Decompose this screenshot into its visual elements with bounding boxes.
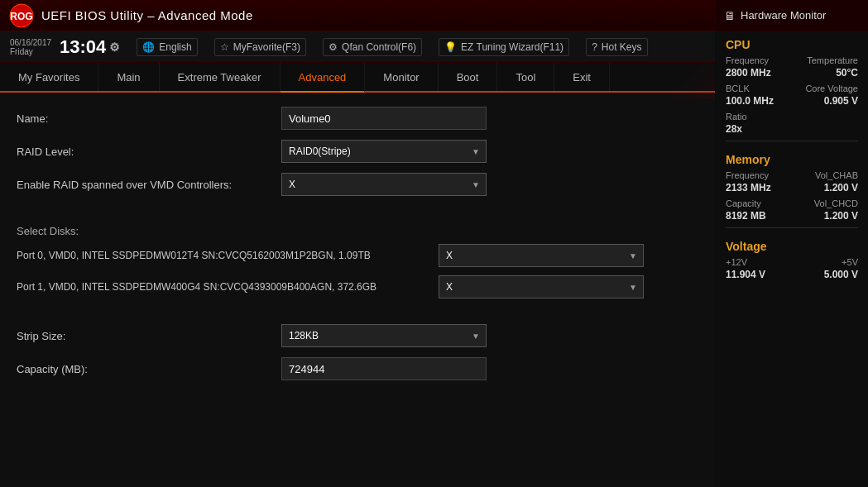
port1-label: Port 1, VMD0, INTEL SSDPEDMW400G4 SN:CVC… <box>17 281 439 293</box>
main-content-area: Name: RAID Level: RAID0(Stripe) RAID1(Mi… <box>0 93 715 487</box>
nav-main[interactable]: Main <box>98 63 159 91</box>
capacity-mb-input[interactable] <box>281 357 487 380</box>
capacity-mb-label: Capacity (MB): <box>17 363 281 375</box>
bulb-icon: 💡 <box>444 41 457 53</box>
name-label: Name: <box>17 112 281 125</box>
memory-divider <box>726 227 858 228</box>
port0-label: Port 0, VMD0, INTEL SSDPEDMW012T4 SN:CVC… <box>17 250 439 261</box>
cpu-divider <box>726 141 858 141</box>
cpu-bclk-row: BCLK Core Voltage <box>716 83 868 94</box>
port0-select-wrapper: X Enabled <box>439 244 644 267</box>
clock-display: 13:04 ⚙ <box>60 38 120 56</box>
voltage-values-row: 11.904 V 5.000 V <box>716 268 868 281</box>
raid-level-row: RAID Level: RAID0(Stripe) RAID1(Mirror) … <box>17 139 698 164</box>
name-row: Name: <box>17 106 698 131</box>
enable-raid-select-wrapper: X Enabled Disabled <box>281 173 487 196</box>
raid-level-label: RAID Level: <box>17 146 281 158</box>
hot-keys-button[interactable]: ? Hot Keys <box>586 38 647 56</box>
port1-select[interactable]: X Enabled <box>439 275 644 298</box>
qfan-control-button[interactable]: ⚙ Qfan Control(F6) <box>323 38 422 56</box>
cpu-ratio-value: 28x <box>716 122 868 136</box>
raid-level-select-wrapper: RAID0(Stripe) RAID1(Mirror) RAID5 RAID10 <box>281 140 487 163</box>
memory-section-title: Memory <box>716 146 868 169</box>
mem-capacity-values: 8192 MB 1.200 V <box>716 209 868 222</box>
hardware-monitor-panel: 🖥 Hardware Monitor CPU Frequency Tempera… <box>715 0 868 487</box>
cpu-ratio-row: Ratio <box>716 111 868 122</box>
port0-select[interactable]: X Enabled <box>439 244 644 267</box>
fan-icon: ⚙ <box>328 41 338 53</box>
capacity-mb-row: Capacity (MB): <box>17 356 698 381</box>
enable-raid-label: Enable RAID spanned over VMD Controllers… <box>17 179 281 191</box>
strip-size-select[interactable]: 128KB 64KB 32KB 16KB 8KB 4KB <box>281 324 487 347</box>
name-input[interactable] <box>281 107 487 130</box>
nav-tool[interactable]: Tool <box>497 63 554 91</box>
cpu-bclk-values: 100.0 MHz 0.905 V <box>716 94 868 107</box>
voltage-labels-row: +12V +5V <box>716 256 868 268</box>
cpu-frequency-row: Frequency Temperature <box>716 55 868 66</box>
strip-size-select-wrapper: 128KB 64KB 32KB 16KB 8KB 4KB <box>281 324 487 347</box>
nav-boot[interactable]: Boot <box>439 63 498 91</box>
settings-icon[interactable]: ⚙ <box>109 41 120 53</box>
select-disks-label: Select Disks: <box>17 225 698 237</box>
cpu-frequency-values: 2800 MHz 50°C <box>716 66 868 79</box>
language-selector[interactable]: 🌐 English <box>137 38 197 56</box>
nav-exit[interactable]: Exit <box>554 63 610 91</box>
port1-select-wrapper: X Enabled <box>439 275 644 298</box>
voltage-section-title: Voltage <box>716 233 868 256</box>
globe-icon: 🌐 <box>142 41 155 53</box>
star-icon: ☆ <box>220 41 229 53</box>
mem-freq-values: 2133 MHz 1.200 V <box>716 181 868 194</box>
logo-area: ROG UEFI BIOS Utility – Advanced Mode <box>8 2 253 29</box>
svg-text:ROG: ROG <box>10 11 32 22</box>
enable-raid-select[interactable]: X Enabled Disabled <box>281 173 487 196</box>
ez-tuning-button[interactable]: 💡 EZ Tuning Wizard(F11) <box>439 38 569 56</box>
question-icon: ? <box>592 41 597 53</box>
date-display: 06/16/2017 Friday <box>10 38 51 56</box>
strip-size-row: Strip Size: 128KB 64KB 32KB 16KB 8KB 4KB <box>17 323 698 348</box>
raid-level-select[interactable]: RAID0(Stripe) RAID1(Mirror) RAID5 RAID10 <box>281 140 487 163</box>
mem-capacity-row: Capacity Vol_CHCD <box>716 198 868 209</box>
strip-size-label: Strip Size: <box>17 330 281 342</box>
nav-my-favorites[interactable]: My Favorites <box>0 63 98 91</box>
monitor-icon: 🖥 <box>724 9 736 22</box>
port0-row: Port 0, VMD0, INTEL SSDPEDMW012T4 SN:CVC… <box>17 244 698 267</box>
enable-raid-row: Enable RAID spanned over VMD Controllers… <box>17 172 698 197</box>
datetime-block: 06/16/2017 Friday 13:04 ⚙ <box>10 38 120 56</box>
nav-advanced[interactable]: Advanced <box>281 63 366 93</box>
bios-title: UEFI BIOS Utility – Advanced Mode <box>41 8 253 22</box>
nav-monitor[interactable]: Monitor <box>365 63 438 91</box>
port1-row: Port 1, VMD0, INTEL SSDPEDMW400G4 SN:CVC… <box>17 275 698 298</box>
my-favorite-button[interactable]: ☆ MyFavorite(F3) <box>214 38 306 56</box>
cpu-section-title: CPU <box>716 31 868 55</box>
mem-freq-row: Frequency Vol_CHAB <box>716 169 868 181</box>
rog-logo: ROG <box>8 2 35 29</box>
nav-extreme-tweaker[interactable]: Extreme Tweaker <box>160 63 281 91</box>
hw-monitor-title: 🖥 Hardware Monitor <box>716 0 868 31</box>
